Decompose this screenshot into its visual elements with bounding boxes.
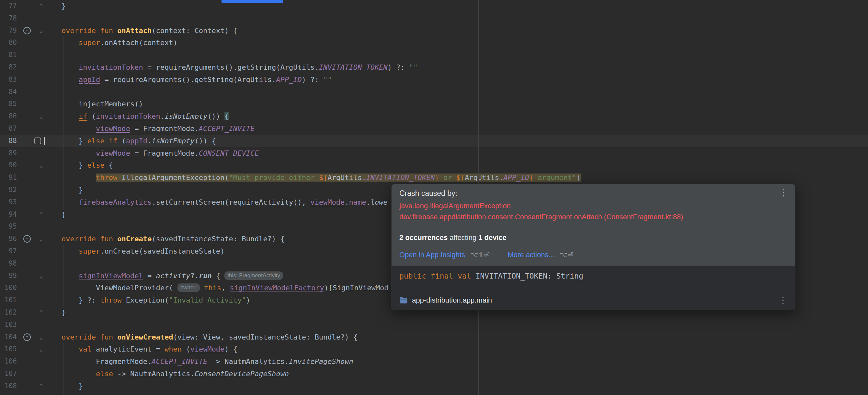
code-text: } <box>62 184 83 196</box>
code-line-87[interactable]: 87 viewMode = FragmentMode.ACCEPT_INVITE <box>0 122 868 135</box>
code-line-79[interactable]: 79↑⌄override fun onAttach(context: Conte… <box>0 25 868 37</box>
code-text: val analyticEvent = when (viewMode) { <box>62 343 238 356</box>
line-number[interactable]: 83 <box>0 74 17 86</box>
code-line-80[interactable]: 80 super.onAttach(context) <box>0 37 868 49</box>
code-line-88[interactable]: 88 } else if (appId.isNotEmpty()) { <box>0 135 868 147</box>
fold-marker-icon[interactable]: ⌄ <box>37 343 45 356</box>
code-token: "Must provide either <box>229 173 319 181</box>
code-text: if (invitationToken.isNotEmpty()) { <box>62 110 229 122</box>
line-number[interactable]: 96 <box>0 233 17 245</box>
line-number[interactable]: 100 <box>0 282 17 294</box>
open-app-insights-link[interactable]: Open in App Insights <box>399 251 465 259</box>
line-number[interactable]: 99 <box>0 270 17 282</box>
code-line-105[interactable]: 105⌄ val analyticEvent = when (viewMode)… <box>0 343 868 356</box>
line-number[interactable]: 107 <box>0 368 17 380</box>
code-line-78[interactable]: 78 <box>0 12 868 25</box>
more-actions-link[interactable]: More actions... <box>507 251 554 259</box>
line-number[interactable]: 78 <box>0 12 17 25</box>
fold-marker-icon[interactable]: ⌄ <box>37 233 45 245</box>
code-line-85[interactable]: 85 injectMembers() <box>0 98 868 110</box>
fold-marker-icon[interactable]: ⌃ <box>37 380 45 392</box>
fold-marker-icon[interactable]: ⌄ <box>37 159 45 172</box>
line-number[interactable]: 106 <box>0 356 17 368</box>
line-number[interactable]: 103 <box>0 319 17 331</box>
more-options-icon[interactable]: ⋮ <box>779 296 787 305</box>
fold-marker-icon[interactable]: ⌃ <box>37 0 45 12</box>
line-number[interactable]: 85 <box>0 98 17 110</box>
code-line-91[interactable]: 91 throw IllegalArgumentException("Must … <box>0 172 868 184</box>
line-number[interactable]: 77 <box>0 0 17 12</box>
code-line-90[interactable]: 90⌄ } else { <box>0 159 868 172</box>
code-line-83[interactable]: 83 appId = requireArguments().getString(… <box>0 74 868 86</box>
code-token: ) <box>246 296 250 304</box>
code-token: (view: View, savedInstanceState: Bundle?… <box>173 333 358 341</box>
override-method-icon[interactable]: ↑ <box>23 27 31 34</box>
code-line-106[interactable]: 106 FragmentMode.ACCEPT_INVITE -> NautmA… <box>0 356 868 368</box>
code-line-89[interactable]: 89 viewMode = FragmentMode.CONSENT_DEVIC… <box>0 147 868 160</box>
line-number[interactable]: 84 <box>0 86 17 98</box>
inlay-hint[interactable]: this: FragmentActivity <box>224 272 283 280</box>
code-token: , <box>221 284 230 292</box>
code-line-108[interactable]: 108⌃ } <box>0 380 868 392</box>
code-token: (savedInstanceState: Bundle?) { <box>152 235 285 243</box>
code-token: . <box>345 198 349 206</box>
code-line-77[interactable]: 77⌃} <box>0 0 868 12</box>
line-number[interactable]: 89 <box>0 147 17 160</box>
code-token: isNotEmpty <box>164 112 207 120</box>
code-text: viewMode = FragmentMode.ACCEPT_INVITE <box>62 122 254 135</box>
line-number[interactable]: 98 <box>0 257 17 270</box>
line-number[interactable]: 97 <box>0 245 17 257</box>
line-number[interactable]: 104 <box>0 331 17 343</box>
code-text: override fun onViewCreated(view: View, s… <box>62 331 358 343</box>
more-options-icon[interactable]: ⋮ <box>779 188 788 197</box>
line-number[interactable]: 90 <box>0 159 17 172</box>
code-line-86[interactable]: 86⌄ if (invitationToken.isNotEmpty()) { <box>0 110 868 122</box>
fold-marker-icon[interactable]: ⌄ <box>37 270 45 282</box>
indent-guide <box>63 343 64 395</box>
code-token <box>62 112 79 120</box>
line-number[interactable]: 102 <box>0 307 17 319</box>
code-token: = FragmentMode. <box>130 124 199 133</box>
code-line-82[interactable]: 82 invitationToken = requireArguments().… <box>0 61 868 74</box>
code-line[interactable]: firebaseAnalytics.logEvent(analyticEvent… <box>0 392 868 395</box>
code-token <box>62 198 79 206</box>
line-number[interactable]: 93 <box>0 196 17 208</box>
line-number[interactable]: 108 <box>0 380 17 392</box>
code-line-84[interactable]: 84 <box>0 86 868 98</box>
line-number[interactable]: 81 <box>0 49 17 61</box>
line-number[interactable]: 82 <box>0 61 17 74</box>
signature-token: INVITATION_TOKEN: String <box>475 272 583 280</box>
line-number[interactable]: 86 <box>0 110 17 122</box>
line-number[interactable]: 91 <box>0 172 17 184</box>
code-line-107[interactable]: 107 else -> NautmAnalytics.ConsentDevice… <box>0 368 868 380</box>
fold-marker-icon[interactable]: ⌄ <box>37 110 45 122</box>
code-token <box>62 173 96 181</box>
line-number[interactable]: 94 <box>0 208 17 221</box>
line-number[interactable]: 88 <box>0 135 17 147</box>
code-token: firebaseAnalytics <box>79 198 152 206</box>
code-token: signInViewModel <box>79 272 143 280</box>
line-number[interactable]: 92 <box>0 184 17 196</box>
line-number[interactable]: 87 <box>0 122 17 135</box>
code-line-103[interactable]: 103 <box>0 319 868 331</box>
code-text: override fun onCreate(savedInstanceState… <box>62 233 285 245</box>
line-number[interactable]: 79 <box>0 25 17 37</box>
inlay-hint[interactable]: owner: <box>178 283 200 292</box>
fold-marker-icon[interactable]: ⌄ <box>37 331 45 343</box>
code-token: } <box>62 137 87 145</box>
fold-marker-icon[interactable]: ⌄ <box>37 25 45 37</box>
code-token: .setCurrentScreen(requireActivity(), <box>152 198 310 206</box>
override-method-icon[interactable]: ↑ <box>23 235 31 243</box>
line-number[interactable]: 80 <box>0 37 17 49</box>
line-number[interactable]: 101 <box>0 294 17 307</box>
fold-marker-icon[interactable]: ⌃ <box>37 307 45 319</box>
gutter-insight-icon[interactable] <box>34 138 41 144</box>
line-number[interactable]: 105 <box>0 343 17 356</box>
line-number[interactable]: 95 <box>0 221 17 233</box>
code-token: INVITATION_TOKEN <box>319 63 388 72</box>
fold-marker-icon[interactable]: ⌃ <box>37 208 45 221</box>
code-line-104[interactable]: 104↑⌄override fun onViewCreated(view: Vi… <box>0 331 868 343</box>
override-method-icon[interactable]: ↑ <box>23 333 31 341</box>
tab-active-indicator[interactable] <box>221 0 283 3</box>
code-line-81[interactable]: 81 <box>0 49 868 61</box>
